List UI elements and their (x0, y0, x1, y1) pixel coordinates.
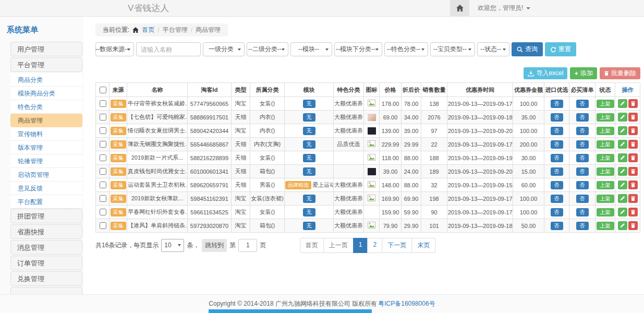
sidebar-item-5[interactable]: 商品管理 (10, 114, 82, 127)
sidebar-item-7[interactable]: 版本管理 (10, 141, 82, 154)
status-badge[interactable]: 上架 (597, 127, 614, 135)
row-checkbox[interactable] (100, 209, 106, 215)
must-buy-toggle-button[interactable]: 否 (576, 222, 589, 230)
status-badge[interactable]: 上架 (597, 195, 614, 203)
add-button[interactable]: + 添加 (570, 67, 597, 79)
sidebar-section-13[interactable]: 省惠快报 (10, 224, 82, 239)
row-checkbox[interactable] (100, 154, 106, 161)
import-toggle-button[interactable]: 否 (551, 181, 563, 189)
sidebar-section-15[interactable]: 订单管理 (10, 256, 82, 270)
row-checkbox[interactable] (100, 222, 106, 229)
must-buy-toggle-button[interactable]: 否 (576, 113, 589, 122)
import-toggle-button[interactable]: 否 (551, 208, 563, 216)
delete-button[interactable] (628, 113, 638, 122)
import-toggle-button[interactable]: 否 (551, 154, 563, 162)
delete-button[interactable] (628, 194, 638, 203)
page-button-0[interactable]: 首页 (300, 238, 324, 253)
edit-button[interactable] (618, 194, 627, 203)
edit-button[interactable] (618, 126, 627, 135)
user-menu[interactable]: 欢迎您，管理员! (478, 4, 530, 13)
status-badge[interactable]: 上架 (597, 208, 614, 216)
page-button-1[interactable]: 上一页 (323, 238, 354, 253)
filter-select-3[interactable]: --二级分类-- (247, 42, 288, 56)
icp-link[interactable]: 粤ICP备16098006号 (378, 299, 435, 308)
batch-delete-button[interactable]: 批量删除 (600, 67, 640, 79)
name-search-input[interactable] (136, 42, 201, 56)
edit-button[interactable] (618, 180, 627, 189)
per-page-select[interactable]: 10 (161, 239, 184, 252)
sidebar-section-17[interactable] (10, 287, 82, 294)
sidebar-section-0[interactable]: 用户管理 (10, 42, 82, 56)
must-buy-toggle-button[interactable]: 否 (576, 195, 589, 203)
import-toggle-button[interactable]: 否 (551, 127, 563, 135)
sidebar-section-12[interactable]: 拼团管理 (10, 209, 82, 223)
status-badge[interactable]: 上架 (597, 222, 614, 230)
status-badge[interactable]: 上架 (597, 113, 614, 122)
import-toggle-button[interactable]: 否 (551, 140, 563, 149)
sidebar-item-9[interactable]: 启动页管理 (10, 168, 82, 182)
sidebar-section-14[interactable]: 消息管理 (10, 240, 82, 255)
page-button-3[interactable]: 2 (368, 238, 383, 253)
must-buy-toggle-button[interactable]: 否 (576, 100, 589, 108)
edit-button[interactable] (618, 167, 627, 176)
status-badge[interactable]: 上架 (597, 167, 614, 176)
edit-button[interactable] (618, 153, 627, 162)
must-buy-toggle-button[interactable]: 否 (576, 127, 589, 135)
home-icon[interactable] (450, 0, 469, 16)
filter-select-0[interactable]: --数据来源-- (95, 42, 134, 56)
filter-select-8[interactable]: --状态-- (477, 42, 509, 56)
delete-button[interactable] (628, 153, 638, 162)
page-button-2[interactable]: 1 (353, 238, 368, 253)
page-number-input[interactable] (238, 239, 257, 252)
sidebar-item-2[interactable]: 商品分类 (10, 73, 82, 87)
sidebar-section-16[interactable]: 兑换管理 (10, 271, 82, 286)
filter-select-6[interactable]: --特色分类-- (384, 42, 428, 56)
delete-button[interactable] (628, 180, 638, 189)
filter-select-5[interactable]: --模块下分类-- (334, 42, 382, 56)
row-checkbox[interactable] (100, 114, 106, 121)
page-button-4[interactable]: 下一页 (382, 238, 412, 253)
sidebar-item-11[interactable]: 平台配置 (10, 195, 82, 209)
row-checkbox[interactable] (100, 168, 106, 175)
edit-button[interactable] (618, 113, 627, 122)
sidebar-item-10[interactable]: 意见反馈 (10, 182, 82, 195)
row-checkbox[interactable] (100, 141, 106, 148)
import-toggle-button[interactable]: 否 (551, 195, 563, 203)
filter-select-7[interactable]: --宝贝类型-- (430, 42, 475, 56)
status-badge[interactable]: 上架 (597, 140, 614, 149)
must-buy-toggle-button[interactable]: 否 (576, 154, 589, 162)
row-checkbox[interactable] (100, 100, 106, 107)
search-button[interactable]: 查询 (512, 42, 543, 56)
import-toggle-button[interactable]: 否 (551, 113, 563, 122)
edit-button[interactable] (618, 208, 627, 216)
must-buy-toggle-button[interactable]: 否 (576, 167, 589, 176)
must-buy-toggle-button[interactable]: 否 (576, 181, 589, 189)
filter-select-4[interactable]: --模块-- (290, 42, 332, 56)
edit-button[interactable] (618, 140, 627, 149)
delete-button[interactable] (628, 140, 638, 149)
delete-button[interactable] (628, 221, 638, 230)
sidebar-item-3[interactable]: 模块商品分类 (10, 87, 82, 100)
sidebar-item-6[interactable]: 宣传物料 (10, 127, 82, 141)
page-button-5[interactable]: 末页 (411, 238, 435, 253)
must-buy-toggle-button[interactable]: 否 (576, 140, 589, 149)
import-excel-button[interactable]: 导入excel (524, 67, 567, 79)
edit-button[interactable] (618, 221, 627, 230)
sidebar-item-4[interactable]: 特色分类 (10, 100, 82, 114)
reset-button[interactable]: 重置 (545, 42, 576, 56)
row-checkbox[interactable] (100, 127, 106, 134)
edit-button[interactable] (618, 99, 627, 108)
import-toggle-button[interactable]: 否 (551, 167, 563, 176)
select-all-checkbox[interactable] (100, 87, 106, 93)
status-badge[interactable]: 上架 (597, 181, 614, 189)
delete-button[interactable] (628, 167, 638, 176)
import-toggle-button[interactable]: 否 (551, 100, 563, 108)
sidebar-section-1[interactable]: 平台管理 (10, 57, 82, 72)
jump-to-button[interactable]: 跳转到 (202, 239, 227, 252)
delete-button[interactable] (628, 126, 638, 135)
import-toggle-button[interactable]: 否 (551, 222, 563, 230)
row-checkbox[interactable] (100, 182, 106, 188)
breadcrumb-home-link[interactable]: 首页 (142, 26, 154, 34)
delete-button[interactable] (628, 208, 638, 216)
delete-button[interactable] (628, 99, 638, 108)
